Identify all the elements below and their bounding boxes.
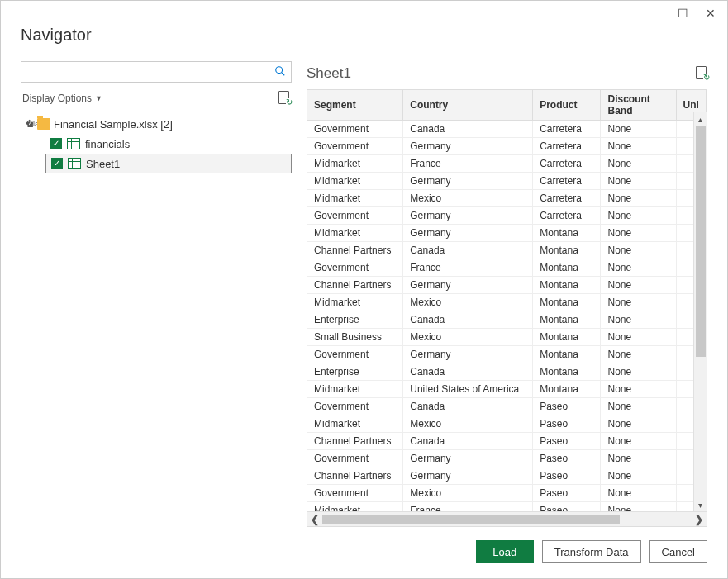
expand-icon[interactable]: ◢ (26, 120, 34, 128)
close-button[interactable]: ✕ (699, 3, 722, 23)
table-row[interactable]: GovernmentFranceMontanaNone (307, 259, 707, 277)
vertical-scrollbar[interactable]: ▴ ▾ (693, 112, 707, 511)
table-cell: None (601, 242, 676, 259)
table-cell: Government (307, 346, 403, 363)
search-icon[interactable] (274, 65, 286, 79)
load-button[interactable]: Load (476, 540, 534, 563)
preview-table: SegmentCountryProductDiscount BandUni Go… (307, 90, 707, 511)
column-header[interactable]: Product (533, 90, 601, 121)
table-cell: None (601, 294, 676, 311)
table-row[interactable]: GovernmentMexicoPaseoNone (307, 485, 707, 502)
horizontal-scrollbar[interactable]: ❮ ❯ (307, 511, 707, 526)
table-cell: None (601, 311, 676, 329)
table-cell: None (601, 433, 676, 450)
table-cell: Germany (403, 225, 533, 242)
table-cell: Government (307, 485, 403, 502)
table-row[interactable]: Small BusinessMexicoMontanaNone (307, 329, 707, 346)
vscroll-thumb[interactable] (696, 126, 706, 357)
table-row[interactable]: GovernmentGermanyCarreteraNone (307, 207, 707, 225)
display-options-dropdown[interactable]: Display Options ▼ (22, 93, 102, 104)
table-row[interactable]: EnterpriseCanadaMontanaNone (307, 311, 707, 329)
table-row[interactable]: Channel PartnersCanadaPaseoNone (307, 433, 707, 450)
table-cell: Channel Partners (307, 467, 403, 485)
table-cell: None (601, 277, 676, 294)
checkbox[interactable]: ✓ (51, 158, 63, 169)
table-row[interactable]: MidmarketMexicoMontanaNone (307, 294, 707, 311)
table-row[interactable]: MidmarketFrancePaseoNone (307, 502, 707, 512)
tree-file-node[interactable]: ◢ Financial Sample.xlsx [2] (21, 114, 292, 134)
table-cell: Germany (403, 467, 533, 485)
table-cell: France (403, 155, 533, 173)
table-cell: Government (307, 121, 403, 138)
tree-children: ✓financials✓Sheet1 (21, 134, 292, 173)
table-cell: Midmarket (307, 225, 403, 242)
refresh-icon (278, 91, 290, 104)
scroll-right-icon[interactable]: ❯ (692, 512, 707, 527)
table-row[interactable]: GovernmentGermanyCarreteraNone (307, 138, 707, 155)
table-cell: Montana (533, 311, 601, 329)
search-input[interactable] (26, 63, 274, 81)
maximize-button[interactable]: ☐ (671, 3, 694, 23)
column-header[interactable]: Discount Band (601, 90, 676, 121)
source-tree: ◢ Financial Sample.xlsx [2] ✓financials✓… (21, 114, 292, 173)
table-cell: Montana (533, 225, 601, 242)
table-cell: Channel Partners (307, 277, 403, 294)
table-cell: Midmarket (307, 155, 403, 173)
table-cell: Paseo (533, 398, 601, 415)
table-cell: Small Business (307, 329, 403, 346)
table-row[interactable]: Channel PartnersGermanyPaseoNone (307, 467, 707, 485)
footer: Load Transform Data Cancel (1, 527, 727, 578)
header: Navigator (1, 26, 727, 61)
cancel-button[interactable]: Cancel (649, 540, 707, 563)
table-cell: Carretera (533, 155, 601, 173)
table-row[interactable]: GovernmentGermanyPaseoNone (307, 450, 707, 467)
table-row[interactable]: Channel PartnersCanadaMontanaNone (307, 242, 707, 259)
column-header[interactable]: Segment (307, 90, 403, 121)
tree-item[interactable]: ✓financials (45, 134, 292, 154)
display-options-label: Display Options (22, 93, 92, 104)
table-row[interactable]: MidmarketUnited States of AmericaMontana… (307, 381, 707, 398)
refresh-preview-button[interactable] (696, 66, 707, 82)
table-cell: Midmarket (307, 190, 403, 207)
table-cell: None (601, 225, 676, 242)
scroll-left-icon[interactable]: ❮ (307, 512, 322, 527)
checkbox[interactable]: ✓ (50, 138, 62, 149)
tree-item-label: financials (85, 138, 130, 150)
table-cell: Germany (403, 450, 533, 467)
hscroll-track[interactable] (322, 512, 692, 527)
table-cell: None (601, 363, 676, 381)
table-cell: Midmarket (307, 381, 403, 398)
table-cell: Germany (403, 138, 533, 155)
table-row[interactable]: GovernmentCanadaPaseoNone (307, 398, 707, 415)
table-cell: None (601, 450, 676, 467)
tree-item[interactable]: ✓Sheet1 (45, 154, 292, 173)
table-icon (67, 138, 80, 149)
table-row[interactable]: MidmarketGermanyCarreteraNone (307, 173, 707, 190)
scroll-up-icon[interactable]: ▴ (694, 112, 707, 126)
table-row[interactable]: MidmarketMexicoCarreteraNone (307, 190, 707, 207)
table-cell: Channel Partners (307, 242, 403, 259)
search-box[interactable] (21, 61, 292, 83)
table-cell: Mexico (403, 485, 533, 502)
table-row[interactable]: MidmarketMexicoPaseoNone (307, 415, 707, 433)
navigator-dialog: ☐ ✕ Navigator Display Options ▼ (0, 0, 728, 579)
table-row[interactable]: MidmarketFranceCarreteraNone (307, 155, 707, 173)
hscroll-thumb[interactable] (322, 515, 620, 524)
table-row[interactable]: GovernmentGermanyMontanaNone (307, 346, 707, 363)
table-cell: Paseo (533, 502, 601, 512)
table-cell: None (601, 259, 676, 277)
vscroll-track[interactable] (694, 126, 707, 498)
transform-data-button[interactable]: Transform Data (542, 540, 641, 563)
scroll-down-icon[interactable]: ▾ (694, 498, 707, 511)
refresh-tree-button[interactable] (278, 91, 290, 107)
table-row[interactable]: EnterpriseCanadaMontanaNone (307, 363, 707, 381)
content: Display Options ▼ �lack ◢ Financial Samp… (1, 61, 727, 527)
table-cell: None (601, 346, 676, 363)
table-cell: Mexico (403, 415, 533, 433)
column-header[interactable]: Country (403, 90, 533, 121)
table-row[interactable]: Channel PartnersGermanyMontanaNone (307, 277, 707, 294)
table-cell: Montana (533, 259, 601, 277)
table-cell: None (601, 173, 676, 190)
table-row[interactable]: MidmarketGermanyMontanaNone (307, 225, 707, 242)
table-row[interactable]: GovernmentCanadaCarreteraNone (307, 121, 707, 138)
